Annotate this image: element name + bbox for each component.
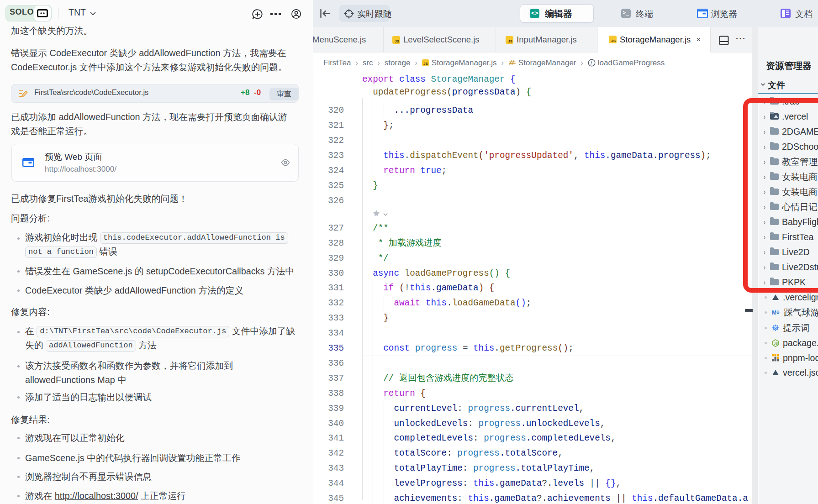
svg-text:f: f [591, 60, 593, 65]
svg-text:JS: JS [774, 341, 778, 345]
svg-text:M: M [772, 310, 776, 316]
